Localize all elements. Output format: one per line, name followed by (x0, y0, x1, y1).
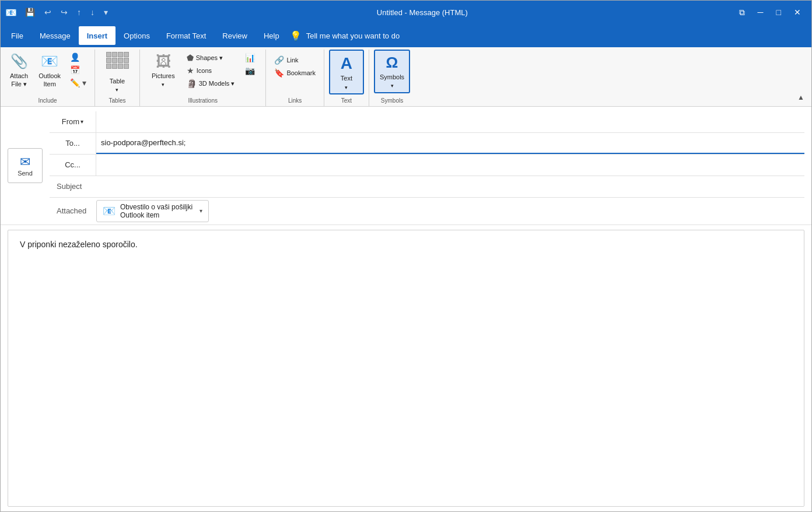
illus-small-group: ⬟ Shapes ▾ ★ Icons 🗿 3D Models ▾ (183, 52, 239, 93)
text-button[interactable]: A Text▾ (329, 50, 364, 94)
ribbon: 📎 AttachFile ▾ 📧 OutlookItem 👤 📅 (1, 47, 811, 107)
text-icon: A (341, 53, 352, 74)
menu-item-insert[interactable]: Insert (79, 26, 116, 45)
quick-access-dropdown[interactable]: ▾ (100, 5, 111, 19)
signature-icon: ✏️ ▾ (70, 78, 86, 87)
chart-icon: 📊 (245, 53, 255, 62)
text-content: A Text▾ (329, 50, 364, 96)
symbols-icon: Ω (386, 53, 398, 73)
redo-button[interactable]: ↪ (57, 5, 71, 19)
email-compose-header: ✉ Send From ▾ To... (1, 107, 811, 225)
business-card-button[interactable]: 👤 (66, 51, 90, 63)
table-label: Table▾ (110, 77, 125, 94)
ribbon-group-include: 📎 AttachFile ▾ 📧 OutlookItem 👤 📅 (1, 50, 95, 106)
menu-item-file[interactable]: File (3, 26, 32, 45)
symbols-content: Ω Symbols▾ (374, 50, 410, 96)
send-label: Send (18, 170, 33, 177)
menu-item-options[interactable]: Options (116, 26, 158, 45)
lightbulb-icon: 💡 (290, 30, 302, 41)
symbols-button[interactable]: Ω Symbols▾ (374, 50, 410, 93)
ribbon-group-symbols: Ω Symbols▾ Symbols (369, 50, 415, 106)
save-button[interactable]: 💾 (22, 5, 38, 19)
illustrations-label: Illustrations (147, 96, 258, 106)
outlook-window: 📧 💾 ↩ ↪ ↑ ↓ ▾ Untitled - Message (HTML) … (0, 0, 812, 512)
attached-item[interactable]: 📧 Obvestilo o vaši pošiljki Outlook item… (96, 200, 209, 222)
window-title: Untitled - Message (HTML) (111, 8, 733, 17)
bookmark-icon: 🔖 (274, 68, 284, 78)
app-icon: 📧 (5, 7, 17, 18)
screenshot-icon: 📷 (245, 66, 255, 75)
menu-item-help[interactable]: Help (256, 26, 288, 45)
cc-input[interactable] (96, 155, 804, 176)
link-label: Link (286, 57, 298, 64)
close-button[interactable]: ✕ (788, 5, 807, 19)
ribbon-group-text: A Text▾ Text (324, 50, 369, 106)
minimize-button[interactable]: ─ (752, 5, 769, 19)
links-content: 🔗 Link 🔖 Bookmark (271, 50, 319, 96)
attach-file-button[interactable]: 📎 AttachFile ▾ (5, 50, 33, 91)
links-small-group: 🔗 Link 🔖 Bookmark (271, 54, 319, 95)
table-button[interactable]: Table▾ (100, 50, 135, 96)
signature-button[interactable]: ✏️ ▾ (66, 77, 90, 89)
3d-models-label: 3D Models ▾ (199, 80, 235, 87)
icons-button[interactable]: ★ Icons (183, 65, 239, 76)
text-group-label: Text (329, 96, 364, 106)
to-button[interactable]: To... (50, 133, 96, 154)
bookmark-label: Bookmark (286, 69, 316, 76)
link-button[interactable]: 🔗 Link (271, 54, 319, 66)
email-body-text: V priponki nezaželeno sporočilo. (20, 240, 138, 249)
ribbon-group-illustrations: 🖼 Pictures▾ ⬟ Shapes ▾ ★ Icons 🗿 3 (140, 50, 266, 106)
undo-button[interactable]: ↩ (41, 5, 55, 19)
attach-file-icon: 📎 (10, 52, 28, 70)
include-small-group: 👤 📅 ✏️ ▾ (66, 50, 90, 90)
cc-button[interactable]: Cc... (50, 155, 96, 176)
illus-small-group2: 📊 📷 (242, 52, 258, 93)
chart-button[interactable]: 📊 (242, 52, 258, 64)
attached-row: Attached 📧 Obvestilo o vaši pošiljki Out… (50, 198, 804, 225)
to-row: To... (50, 133, 804, 155)
down-button[interactable]: ↓ (87, 5, 98, 19)
restore-button[interactable]: ⧉ (733, 5, 751, 20)
from-label: From (62, 117, 79, 126)
pictures-button[interactable]: 🖼 Pictures▾ (147, 50, 180, 91)
ribbon-collapse-button[interactable]: ▲ (793, 91, 809, 104)
up-button[interactable]: ↑ (74, 5, 85, 19)
menu-item-message[interactable]: Message (32, 26, 79, 45)
attached-dropdown-arrow: ▾ (200, 208, 202, 214)
maximize-button[interactable]: □ (771, 5, 787, 19)
3d-models-button[interactable]: 🗿 3D Models ▾ (183, 78, 239, 89)
attached-item-name: Obvestilo o vaši pošiljki Outlook item (120, 203, 192, 219)
calendar-icon: 📅 (70, 65, 80, 75)
illustrations-content: 🖼 Pictures▾ ⬟ Shapes ▾ ★ Icons 🗿 3 (147, 50, 258, 96)
subject-row: Subject (50, 176, 804, 198)
tables-content: Table▾ (100, 50, 135, 96)
from-dropdown-button[interactable]: From ▾ (50, 111, 96, 132)
menu-item-format-text[interactable]: Format Text (158, 26, 214, 45)
email-body[interactable]: V priponki nezaželeno sporočilo. (8, 230, 804, 507)
menubar: File Message Insert Options Format Text … (1, 24, 811, 47)
bookmark-button[interactable]: 🔖 Bookmark (271, 67, 319, 79)
3d-models-icon: 🗿 (187, 79, 197, 88)
cc-label: Cc... (65, 160, 80, 169)
ribbon-group-tables: Table▾ Tables (95, 50, 140, 106)
calendar-button[interactable]: 📅 (66, 64, 90, 76)
shapes-icon: ⬟ (187, 53, 194, 62)
text-label: Text▾ (341, 74, 352, 91)
ribbon-group-links: 🔗 Link 🔖 Bookmark Links (266, 50, 324, 106)
shapes-button[interactable]: ⬟ Shapes ▾ (183, 52, 239, 64)
icons-label: Icons (197, 67, 212, 74)
attached-label: Attached (50, 201, 96, 222)
from-dropdown-arrow: ▾ (80, 118, 83, 125)
symbols-label: Symbols▾ (380, 73, 404, 90)
tell-me-input[interactable]: Tell me what you want to do (302, 28, 404, 44)
screenshot-button[interactable]: 📷 (242, 65, 258, 76)
to-input[interactable] (96, 133, 804, 154)
send-button[interactable]: ✉ Send (8, 148, 43, 183)
menu-item-review[interactable]: Review (214, 26, 256, 45)
subject-input[interactable] (96, 176, 804, 197)
shapes-label: Shapes ▾ (196, 54, 223, 62)
outlook-item-button[interactable]: 📧 OutlookItem (34, 50, 65, 91)
window-controls: ⧉ ─ □ ✕ (733, 5, 807, 20)
outlook-item-label: OutlookItem (38, 72, 61, 89)
attach-file-label: AttachFile ▾ (10, 72, 28, 89)
